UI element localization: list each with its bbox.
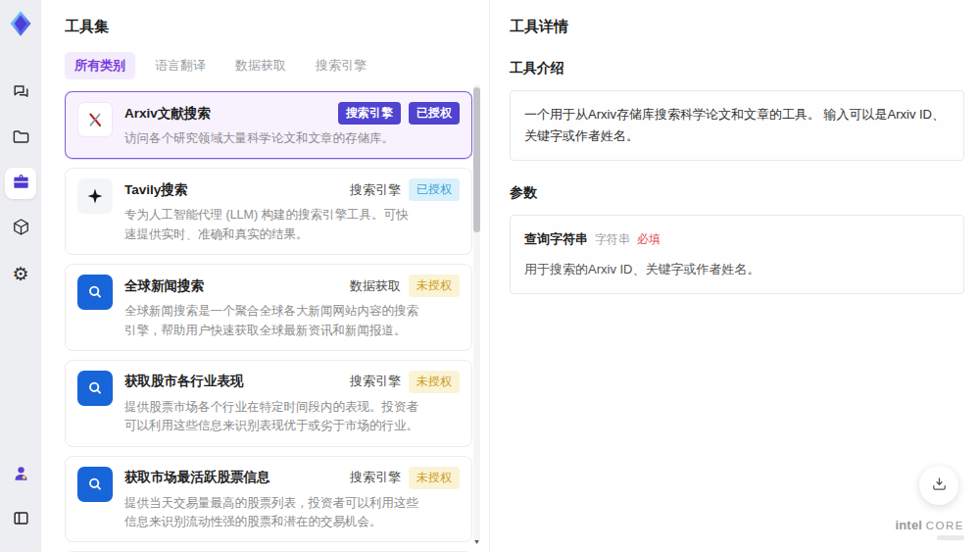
- tool-name: Arxiv文献搜索: [124, 105, 211, 123]
- intel-core-logo: intel core: [895, 518, 964, 540]
- list-scrollbar[interactable]: ▼: [473, 84, 480, 543]
- tool-card[interactable]: Arxiv文献搜索 搜索引擎 已授权 访问各个研究领域大量科学论文和文章的存储库…: [65, 91, 472, 159]
- tool-name: 获取股市各行业表现: [124, 373, 244, 390]
- sidebar-item-files[interactable]: [5, 123, 36, 154]
- intro-box: 一个用于从Arxiv存储库搜索科学论文和文章的工具。 输入可以是Arxiv ID…: [510, 90, 964, 161]
- brand-bar: [937, 535, 964, 540]
- tool-status-badge: 未授权: [409, 467, 460, 489]
- tool-card[interactable]: Tavily搜索 搜索引擎 已授权 专为人工智能代理 (LLM) 构建的搜索引擎…: [65, 168, 472, 255]
- tool-category-label: 搜索引擎: [350, 373, 401, 390]
- briefcase-icon: [12, 173, 30, 195]
- tool-card[interactable]: 获取市场最活跃股票信息 搜索引擎 未授权 提供当天交易量最高的股票列表，投资者可…: [65, 456, 472, 543]
- category-tab[interactable]: 搜索引擎: [306, 52, 376, 79]
- search-blue-icon: [77, 371, 113, 406]
- download-button[interactable]: [919, 466, 958, 505]
- tool-category-label: 数据获取: [350, 277, 401, 295]
- sparkle-icon: [77, 178, 113, 214]
- tool-name: 获取市场最活跃股票信息: [124, 469, 270, 486]
- icon-rail: ⚙: [0, 0, 41, 552]
- param-type: 字符串: [595, 229, 630, 249]
- param-box: 查询字符串 字符串 必填 用于搜索的Arxiv ID、关键字或作者姓名。: [510, 215, 964, 294]
- tool-card[interactable]: 全球新闻搜索 数据获取 未授权 全球新闻搜索是一个聚合全球各大新闻网站内容的搜索…: [65, 264, 472, 351]
- sidebar-item-tools[interactable]: [5, 168, 36, 199]
- download-icon: [931, 476, 948, 495]
- sidebar-item-account[interactable]: [5, 459, 36, 490]
- tool-name: 全球新闻搜索: [124, 277, 204, 295]
- tools-pane: 工具集 所有类别语言翻译数据获取搜索引擎 Arxiv文献搜索 搜索引擎 已授权 …: [41, 0, 490, 552]
- chat-icon: [12, 82, 30, 105]
- scrollbar-thumb[interactable]: [473, 87, 480, 232]
- brand-intel: intel: [895, 518, 922, 532]
- panel-layout-icon: [12, 509, 30, 531]
- param-description: 用于搜索的Arxiv ID、关键字或作者姓名。: [524, 259, 950, 280]
- tool-card-list: Arxiv文献搜索 搜索引擎 已授权 访问各个研究领域大量科学论文和文章的存储库…: [65, 91, 472, 552]
- tool-category-label: 搜索引擎: [350, 469, 401, 486]
- tool-status-badge: 未授权: [409, 371, 460, 393]
- intro-heading: 工具介绍: [510, 60, 964, 77]
- tool-description: 全球新闻搜索是一个聚合全球各大新闻网站内容的搜索引擎，帮助用户快速获取全球最新资…: [124, 302, 420, 340]
- details-pane: 工具详情 工具介绍 一个用于从Arxiv存储库搜索科学论文和文章的工具。 输入可…: [490, 0, 980, 552]
- details-title: 工具详情: [510, 18, 964, 36]
- tool-status-badge: 已授权: [409, 102, 460, 125]
- intro-text: 一个用于从Arxiv存储库搜索科学论文和文章的工具。 输入可以是Arxiv ID…: [524, 107, 945, 143]
- app-logo gem-logo-icon: [7, 10, 34, 37]
- folder-icon: [12, 127, 30, 150]
- sidebar-item-collapse[interactable]: [5, 504, 36, 535]
- sidebar-item-packages[interactable]: [5, 213, 36, 244]
- tool-description: 专为人工智能代理 (LLM) 构建的搜索引擎工具。可快速提供实时、准确和真实的结…: [124, 206, 420, 244]
- tool-description: 提供当天交易量最高的股票列表，投资者可以利用这些信息来识别流动性强的股票和潜在的…: [124, 494, 420, 532]
- sidebar-item-settings[interactable]: ⚙: [5, 258, 36, 289]
- category-tab[interactable]: 所有类别: [65, 52, 135, 79]
- brand-core: core: [926, 520, 964, 531]
- page-title: 工具集: [65, 18, 489, 36]
- param-name: 查询字符串: [524, 228, 588, 250]
- tool-card[interactable]: 获取股市各行业表现 搜索引擎 未授权 提供股票市场各个行业在特定时间段内的表现。…: [65, 360, 472, 447]
- tool-description: 提供股票市场各个行业在特定时间段内的表现。投资者可以利用这些信息来识别表现优于或…: [124, 398, 420, 436]
- tool-description: 访问各个研究领域大量科学论文和文章的存储库。: [124, 129, 420, 148]
- scroll-down-icon[interactable]: ▼: [473, 538, 480, 545]
- cube-icon: [12, 218, 30, 240]
- search-blue-icon: [77, 275, 113, 310]
- tool-category-label: 搜索引擎: [338, 102, 401, 125]
- params-list: 查询字符串 字符串 必填 用于搜索的Arxiv ID、关键字或作者姓名。: [510, 215, 964, 294]
- params-heading: 参数: [510, 184, 964, 202]
- avatar-icon: [12, 464, 30, 486]
- param-required-badge: 必填: [637, 229, 661, 249]
- tool-status-badge: 未授权: [409, 275, 460, 297]
- search-blue-icon: [77, 467, 113, 502]
- app-window: ⚙ 工具集 所有类别语言翻译数据获取搜索引擎: [0, 0, 980, 552]
- sidebar-item-chat[interactable]: [5, 77, 36, 109]
- category-tabs: 所有类别语言翻译数据获取搜索引擎: [65, 52, 489, 79]
- category-tab[interactable]: 语言翻译: [145, 52, 216, 79]
- tool-name: Tavily搜索: [124, 181, 187, 199]
- tool-status-badge: 已授权: [409, 178, 460, 201]
- gear-icon: ⚙: [12, 265, 28, 283]
- arxiv-icon: [77, 102, 113, 137]
- tool-category-label: 搜索引擎: [350, 181, 401, 199]
- category-tab[interactable]: 数据获取: [225, 52, 296, 79]
